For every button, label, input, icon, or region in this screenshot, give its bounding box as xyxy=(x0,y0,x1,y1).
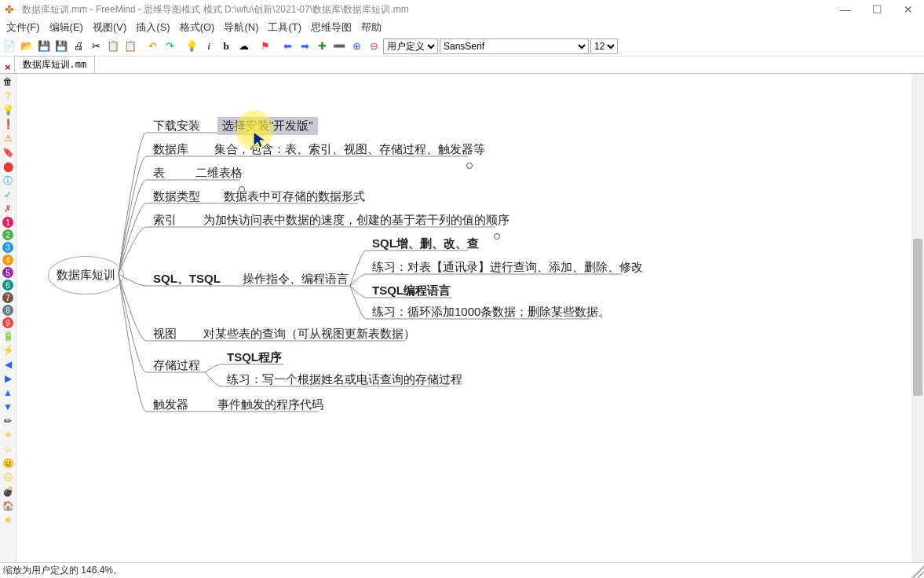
help-icon[interactable]: ? xyxy=(2,90,14,102)
bold-icon[interactable]: b xyxy=(218,38,234,54)
node-sql[interactable]: SQL、TSQL xyxy=(148,270,225,288)
node-index-desc[interactable]: 为加快访问表中数据的速度，创建的基于若干列的值的顺序 xyxy=(199,211,514,229)
redo-icon[interactable]: ↷ xyxy=(162,38,177,54)
back-icon[interactable]: ◀ xyxy=(2,358,14,371)
document-tab[interactable]: 数据库短训.mm xyxy=(14,56,96,73)
resize-grip[interactable] xyxy=(911,565,924,578)
node-table[interactable]: 表 xyxy=(148,164,170,182)
light-icon[interactable]: ⚡ xyxy=(2,344,14,357)
tag-icon[interactable]: 🔖 xyxy=(2,146,14,159)
menu-nav[interactable]: 导航(N) xyxy=(221,20,261,35)
paste-icon[interactable]: 📋 xyxy=(122,38,138,54)
menu-file[interactable]: 文件(F) xyxy=(3,20,43,35)
fwd-icon[interactable]: ▶ xyxy=(2,372,14,385)
alert-icon[interactable]: ⚠ xyxy=(2,132,14,144)
arrow-left-icon[interactable]: ⬅ xyxy=(279,38,295,54)
maximize-button[interactable]: ☐ xyxy=(861,0,893,19)
link-icon[interactable]: ⊕ xyxy=(349,38,364,54)
node-table2d[interactable]: 二维表格 xyxy=(191,164,247,182)
n4-icon[interactable]: 4 xyxy=(2,254,13,265)
fold-dot[interactable] xyxy=(239,186,245,192)
open-icon[interactable]: 📂 xyxy=(19,38,35,54)
italic-icon[interactable]: i xyxy=(201,38,217,54)
n7-icon[interactable]: 7 xyxy=(2,292,13,303)
node-proc-ex[interactable]: 练习：写一个根据姓名或电话查询的存储过程 xyxy=(222,371,467,389)
fontsize-select[interactable]: 12 xyxy=(590,38,618,54)
node-proc-tsql[interactable]: TSQL程序 xyxy=(222,349,287,367)
tab-close-icon[interactable]: × xyxy=(2,61,14,73)
n2-icon[interactable]: 2 xyxy=(2,229,13,240)
scrollbar-vertical[interactable] xyxy=(911,74,924,562)
node-db-set[interactable]: 集合，包含：表、索引、视图、存储过程、触发器等 xyxy=(210,141,490,159)
cut-icon[interactable]: ✂ xyxy=(88,38,104,54)
fold-dot[interactable] xyxy=(466,163,473,169)
minus-icon[interactable]: ➖ xyxy=(331,38,347,54)
info-icon[interactable]: ⓘ xyxy=(2,174,14,187)
node-trigger-desc[interactable]: 事件触发的程序代码 xyxy=(213,396,328,414)
new-icon[interactable]: 📄 xyxy=(2,38,17,54)
menu-mindmap[interactable]: 思维导图 xyxy=(308,20,355,35)
n3-icon[interactable]: 3 xyxy=(2,242,13,253)
node-sql-ex1[interactable]: 练习：对表【通讯录】进行查询、添加、删除、修改 xyxy=(367,258,648,276)
close-button[interactable]: ✕ xyxy=(893,0,924,19)
delete-icon[interactable]: 🗑 xyxy=(2,75,14,88)
idea-icon[interactable]: 💡 xyxy=(2,104,14,116)
sun-icon[interactable]: ☀ xyxy=(2,429,14,441)
no-icon[interactable]: ✗ xyxy=(2,203,14,215)
node-trigger[interactable]: 触发器 xyxy=(148,396,193,414)
menu-help[interactable]: 帮助 xyxy=(358,20,385,35)
up-icon[interactable]: ▲ xyxy=(2,386,14,399)
home-icon[interactable]: 🏠 xyxy=(2,499,14,512)
node-tsql-lang[interactable]: TSQL编程语言 xyxy=(367,282,455,300)
pencil-icon[interactable]: ✏ xyxy=(2,415,14,427)
node-datatype[interactable]: 数据类型 xyxy=(148,188,205,206)
plus-icon[interactable]: ✚ xyxy=(314,38,330,54)
n6-icon[interactable]: 6 xyxy=(2,280,13,291)
n9-icon[interactable]: 9 xyxy=(2,317,13,328)
menu-tools[interactable]: 工具(T) xyxy=(265,20,305,35)
node-tsql-ex[interactable]: 练习：循环添加1000条数据；删除某些数据。 xyxy=(367,303,615,321)
node-proc[interactable]: 存储过程 xyxy=(148,357,205,375)
node-sql-desc[interactable]: 操作指令、编程语言 xyxy=(238,270,353,288)
warn-icon[interactable]: ❗ xyxy=(2,118,14,130)
batt-icon[interactable]: 🔋 xyxy=(2,330,14,342)
node-view-desc[interactable]: 对某些表的查询（可从视图更新表数据） xyxy=(199,325,420,343)
flag-icon[interactable]: ⚑ xyxy=(257,38,273,54)
n8-icon[interactable]: 8 xyxy=(2,305,13,316)
link2-icon[interactable]: ⊖ xyxy=(366,38,382,54)
undo-icon[interactable]: ↶ xyxy=(144,38,160,54)
menu-view[interactable]: 视图(V) xyxy=(89,20,130,35)
zoom-select[interactable]: 用户定义. xyxy=(383,38,438,54)
saveas-icon[interactable]: 💾 xyxy=(53,38,69,54)
mindmap-canvas[interactable]: 数据库短训 下载安装 数据库 表 数据类型 索引 SQL、TSQL 视图 存储过… xyxy=(16,74,924,562)
minimize-button[interactable]: — xyxy=(830,0,861,19)
scroll-thumb[interactable] xyxy=(913,239,922,396)
node-sql-crud[interactable]: SQL增、删、改、查 xyxy=(367,235,484,253)
save-icon[interactable]: 💾 xyxy=(36,38,52,54)
menu-insert[interactable]: 插入(S) xyxy=(133,20,173,35)
bulb-icon[interactable]: 💡 xyxy=(184,38,199,54)
node-index[interactable]: 索引 xyxy=(148,211,181,229)
copy-icon[interactable]: 📋 xyxy=(105,38,121,54)
menu-format[interactable]: 格式(O) xyxy=(177,20,218,35)
ok-icon[interactable]: ✓ xyxy=(2,188,14,201)
down-icon[interactable]: ▼ xyxy=(2,401,14,413)
node-database[interactable]: 数据库 xyxy=(148,141,193,159)
stop-icon[interactable]: ⬤ xyxy=(2,160,14,173)
star-icon[interactable]: ★ xyxy=(2,514,14,526)
sad-icon[interactable]: ☹ xyxy=(2,471,14,484)
bomb-icon[interactable]: 💣 xyxy=(2,485,14,498)
cloud-icon[interactable]: ☁ xyxy=(236,38,251,54)
node-download-sel[interactable]: 选择安装"开发版" xyxy=(217,117,318,135)
arrow-right-icon[interactable]: ➡ xyxy=(297,38,312,54)
fold-dot[interactable] xyxy=(494,233,500,240)
n1-icon[interactable]: 1 xyxy=(2,217,13,228)
root-node[interactable]: 数据库短训 xyxy=(48,256,124,294)
menu-edit[interactable]: 编辑(E) xyxy=(46,20,86,35)
neutral-icon[interactable]: 😐 xyxy=(2,457,14,470)
n5-icon[interactable]: 5 xyxy=(2,267,13,278)
font-select[interactable]: SansSerif xyxy=(440,38,589,54)
node-download[interactable]: 下载安装 xyxy=(148,117,205,135)
smile-icon[interactable]: ☺ xyxy=(2,443,14,455)
print-icon[interactable]: 🖨 xyxy=(71,38,86,54)
